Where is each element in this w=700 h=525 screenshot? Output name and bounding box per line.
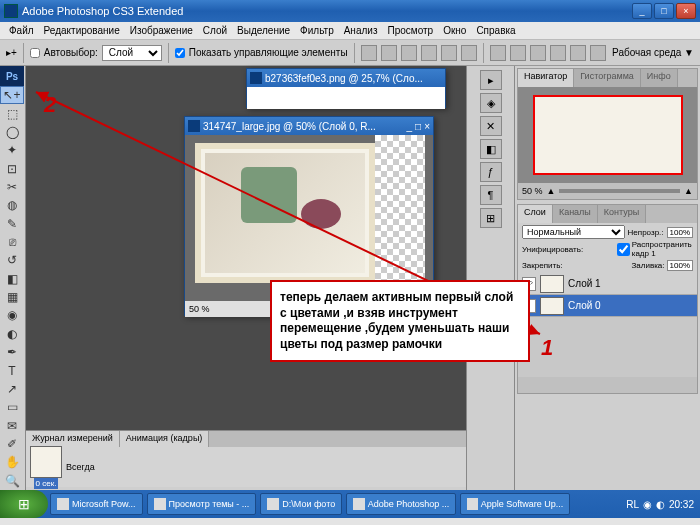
link-icon[interactable] (583, 379, 597, 391)
heal-tool[interactable]: ◍ (0, 196, 24, 214)
distribute-icon[interactable] (510, 45, 526, 61)
taskbar-item[interactable]: Microsoft Pow... (50, 493, 143, 515)
mask-icon[interactable] (615, 379, 629, 391)
clock[interactable]: 20:32 (669, 499, 694, 510)
panel-btn[interactable]: ◈ (480, 93, 502, 113)
fill-value[interactable]: 100% (667, 260, 693, 271)
menu-analysis[interactable]: Анализ (339, 25, 383, 36)
align-icon[interactable] (401, 45, 417, 61)
start-button[interactable]: ⊞ (0, 490, 48, 518)
fx-icon[interactable] (599, 379, 613, 391)
panel-btn[interactable]: ¶ (480, 185, 502, 205)
pen-tool[interactable]: ✒ (0, 343, 24, 361)
stamp-tool[interactable]: ⎚ (0, 233, 24, 251)
doc-close-icon[interactable]: × (424, 121, 430, 132)
menu-view[interactable]: Просмотр (382, 25, 438, 36)
distribute-icon[interactable] (550, 45, 566, 61)
autoselect-dropdown[interactable]: Слой (102, 45, 162, 61)
menu-image[interactable]: Изображение (125, 25, 198, 36)
menu-select[interactable]: Выделение (232, 25, 295, 36)
unify-icon[interactable] (606, 243, 615, 255)
panel-btn[interactable]: ✕ (480, 116, 502, 136)
dodge-tool[interactable]: ◐ (0, 325, 24, 343)
tab-layers[interactable]: Слои (518, 205, 553, 223)
lock-icon[interactable] (593, 259, 605, 271)
menu-help[interactable]: Справка (471, 25, 520, 36)
loop-selector[interactable]: Всегда (66, 462, 95, 472)
align-icon[interactable] (361, 45, 377, 61)
doc2-zoom[interactable]: 50 % (189, 304, 210, 314)
shape-tool[interactable]: ▭ (0, 398, 24, 416)
menu-layer[interactable]: Слой (198, 25, 232, 36)
tray-icon[interactable]: ◐ (656, 499, 665, 510)
notes-tool[interactable]: ✉ (0, 416, 24, 434)
maximize-button[interactable]: □ (654, 3, 674, 19)
move-tool[interactable]: ↖+ (0, 86, 24, 104)
nav-zoom[interactable]: 50 % (522, 186, 543, 196)
taskbar-item[interactable]: Apple Software Up... (460, 493, 570, 515)
type-tool[interactable]: T (0, 361, 24, 379)
wand-tool[interactable]: ✦ (0, 141, 24, 159)
panel-btn[interactable]: ◧ (480, 139, 502, 159)
tab-navigator[interactable]: Навигатор (518, 69, 574, 87)
ps-icon[interactable]: Ps (0, 66, 24, 86)
eraser-tool[interactable]: ◧ (0, 270, 24, 288)
menu-edit[interactable]: Редактирование (39, 25, 125, 36)
lang-indicator[interactable]: RL (626, 499, 639, 510)
history-brush-tool[interactable]: ↺ (0, 251, 24, 269)
layer-row[interactable]: 👁 Слой 1 (518, 273, 697, 295)
showcontrols-checkbox[interactable] (175, 48, 185, 58)
tab-histogram[interactable]: Гистограмма (574, 69, 641, 87)
zoom-in-icon[interactable]: ▲ (684, 186, 693, 196)
unify-icon[interactable] (585, 243, 594, 255)
layer-name[interactable]: Слой 0 (568, 300, 601, 311)
align-icon[interactable] (441, 45, 457, 61)
tab-info[interactable]: Инфо (641, 69, 678, 87)
distribute-icon[interactable] (530, 45, 546, 61)
new-layer-icon[interactable] (663, 379, 677, 391)
autoselect-checkbox[interactable] (30, 48, 40, 58)
blur-tool[interactable]: ◉ (0, 306, 24, 324)
taskbar-item[interactable]: Adobe Photoshop ... (346, 493, 456, 515)
distribute-icon[interactable] (590, 45, 606, 61)
tab-channels[interactable]: Каналы (553, 205, 598, 223)
distribute-icon[interactable] (570, 45, 586, 61)
marquee-tool[interactable]: ⬚ (0, 104, 24, 122)
tab-animation[interactable]: Анимация (кадры) (120, 431, 210, 447)
taskbar-item[interactable]: D:\Мои фото (260, 493, 342, 515)
frame-thumb[interactable] (30, 446, 62, 478)
slice-tool[interactable]: ✂ (0, 178, 24, 196)
eyedropper-tool[interactable]: ✐ (0, 435, 24, 453)
brush-tool[interactable]: ✎ (0, 215, 24, 233)
frame-time[interactable]: 0 сек. (34, 478, 59, 489)
menu-filter[interactable]: Фильтр (295, 25, 339, 36)
minimize-button[interactable]: _ (632, 3, 652, 19)
panel-btn[interactable]: ƒ (480, 162, 502, 182)
tab-paths[interactable]: Контуры (598, 205, 646, 223)
opacity-value[interactable]: 100% (667, 227, 693, 238)
blend-mode-dropdown[interactable]: Нормальный (522, 225, 625, 239)
gradient-tool[interactable]: ▦ (0, 288, 24, 306)
align-icon[interactable] (461, 45, 477, 61)
layer-name[interactable]: Слой 1 (568, 278, 601, 289)
align-icon[interactable] (381, 45, 397, 61)
zoom-out-icon[interactable]: ▲ (547, 186, 556, 196)
navigator-thumb[interactable] (518, 87, 697, 183)
distribute-icon[interactable] (490, 45, 506, 61)
workspace-selector[interactable]: Рабочая среда ▼ (612, 47, 694, 58)
menu-window[interactable]: Окно (438, 25, 471, 36)
doc-min-icon[interactable]: _ (407, 121, 413, 132)
tray-icon[interactable]: ◉ (643, 499, 652, 510)
close-button[interactable]: × (676, 3, 696, 19)
taskbar-item[interactable]: Просмотр темы - ... (147, 493, 257, 515)
crop-tool[interactable]: ⊡ (0, 159, 24, 177)
panel-btn[interactable]: ⊞ (480, 208, 502, 228)
folder-icon[interactable] (647, 379, 661, 391)
unify-icon[interactable] (596, 243, 605, 255)
align-icon[interactable] (421, 45, 437, 61)
path-tool[interactable]: ↗ (0, 380, 24, 398)
zoom-tool[interactable]: 🔍 (0, 472, 24, 490)
lock-icon[interactable] (579, 259, 591, 271)
adjust-icon[interactable] (631, 379, 645, 391)
lock-icon[interactable] (607, 259, 619, 271)
